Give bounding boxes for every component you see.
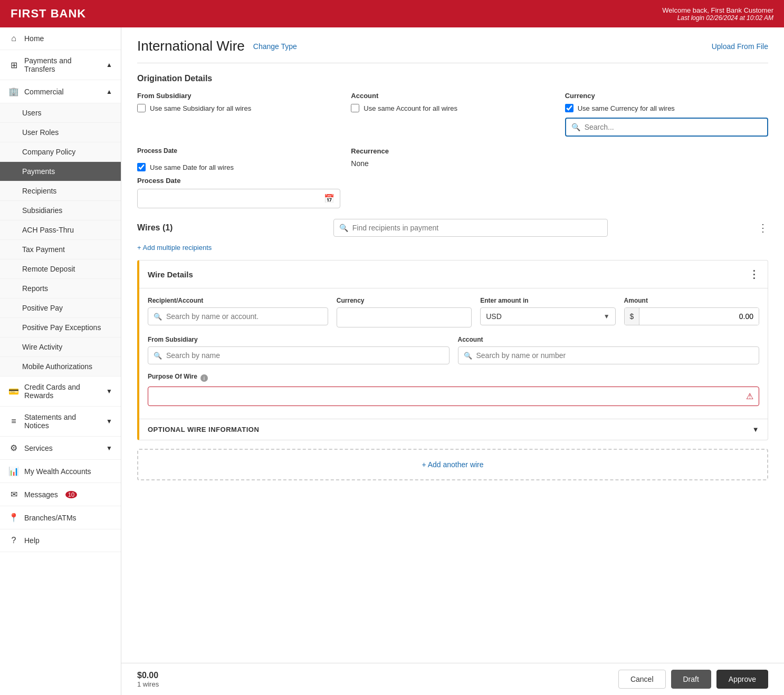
sidebar-item-company-policy[interactable]: Company Policy xyxy=(0,142,121,162)
process-date-input[interactable] xyxy=(143,195,324,203)
purpose-input[interactable] xyxy=(154,392,742,401)
from-subsidiary-label: From Subsidiary xyxy=(137,92,340,100)
from-subsidiary-field: From Subsidiary Use same Subsidiary for … xyxy=(137,92,340,137)
sidebar-item-recipients[interactable]: Recipients xyxy=(0,181,121,201)
sidebar-item-remote-deposit[interactable]: Remote Deposit xyxy=(0,259,121,279)
approve-button[interactable]: Approve xyxy=(716,670,768,689)
sidebar-item-messages[interactable]: ✉ Messages 10 xyxy=(0,483,121,506)
account-checkbox-row: Use same Account for all wires xyxy=(351,104,554,112)
wire-details-title: Wire Details xyxy=(148,270,193,279)
sidebar-item-mobile-auth[interactable]: Mobile Authorizations xyxy=(0,357,121,377)
wire-from-subsidiary-input-wrapper[interactable]: 🔍 xyxy=(148,346,450,364)
help-icon: ? xyxy=(8,536,19,545)
wires-search-box[interactable]: 🔍 xyxy=(333,219,608,237)
sidebar-item-reports[interactable]: Reports xyxy=(0,279,121,298)
currency-checkbox[interactable] xyxy=(565,104,573,112)
wire-account-input-wrapper[interactable]: 🔍 xyxy=(458,346,760,364)
main-content-area: International Wire Change Type Upload Fr… xyxy=(121,27,784,695)
upload-from-file-link[interactable]: Upload From File xyxy=(712,42,768,51)
from-subsidiary-checkbox[interactable] xyxy=(137,104,146,112)
sidebar-item-positive-pay-exc[interactable]: Positive Pay Exceptions xyxy=(0,318,121,337)
sidebar-item-branches[interactable]: 📍 Branches/ATMs xyxy=(0,506,121,529)
chevron-down-icon: ▼ xyxy=(106,388,112,395)
sidebar-item-positive-pay[interactable]: Positive Pay xyxy=(0,298,121,318)
page-title: International Wire xyxy=(137,38,245,54)
wires-search-input[interactable] xyxy=(352,224,602,232)
usd-select[interactable]: USD ▼ xyxy=(480,307,615,325)
sidebar-item-services[interactable]: ⚙ Services ▼ xyxy=(0,437,121,460)
currency-search-box[interactable]: 🔍 xyxy=(565,118,768,137)
sidebar-item-ach-pass-thru[interactable]: ACH Pass-Thru xyxy=(0,220,121,240)
recurrence-section: Recurrence None xyxy=(351,147,554,208)
purpose-label: Purpose Of Wire xyxy=(148,373,197,380)
change-type-link[interactable]: Change Type xyxy=(253,42,297,51)
wire-row-2: From Subsidiary 🔍 Account 🔍 xyxy=(148,336,759,364)
sidebar-item-wire-activity[interactable]: Wire Activity xyxy=(0,337,121,357)
recurrence-label: Recurrence xyxy=(351,147,554,155)
bank-logo: FIRST BANK xyxy=(11,7,86,21)
account-checkbox-label: Use same Account for all wires xyxy=(364,104,457,112)
optional-wire-info-label: OPTIONAL WIRE INFORMATION xyxy=(148,426,259,433)
sidebar-item-home[interactable]: ⌂ Home xyxy=(0,27,121,50)
recipient-input[interactable] xyxy=(166,312,322,321)
purpose-info-icon[interactable]: i xyxy=(200,374,208,382)
wire-from-subsidiary-field: From Subsidiary 🔍 xyxy=(148,336,450,364)
branches-icon: 📍 xyxy=(8,513,19,523)
currency-search-input[interactable] xyxy=(585,123,762,131)
wire-row-1: Recipient/Account 🔍 Currency Enter amoun… xyxy=(148,297,759,327)
footer-actions: Cancel Draft Approve xyxy=(618,670,768,689)
optional-wire-info-toggle[interactable]: OPTIONAL WIRE INFORMATION ▼ xyxy=(139,419,768,440)
services-icon: ⚙ xyxy=(8,443,19,453)
sidebar-item-tax-payment[interactable]: Tax Payment xyxy=(0,240,121,259)
currency-search-icon: 🔍 xyxy=(571,123,580,131)
sidebar-item-statements[interactable]: ≡ Statements and Notices ▼ xyxy=(0,407,121,437)
usd-value: USD xyxy=(486,312,502,321)
sidebar-item-subsidiaries[interactable]: Subsidiaries xyxy=(0,201,121,220)
commercial-icon: 🏢 xyxy=(8,86,19,96)
amount-input[interactable] xyxy=(639,308,759,325)
enter-amount-label: Enter amount in xyxy=(480,297,615,304)
amount-prefix: $ xyxy=(625,308,640,325)
recipient-input-wrapper[interactable]: 🔍 xyxy=(148,307,328,325)
currency-detail-field: Currency xyxy=(337,297,472,327)
statements-icon: ≡ xyxy=(8,417,19,426)
wires-search-icon: 🔍 xyxy=(339,224,348,232)
wires-more-button[interactable]: ⋮ xyxy=(758,221,768,234)
wires-count: 1 wires xyxy=(137,680,159,688)
purpose-input-wrapper[interactable]: ⚠ xyxy=(148,387,759,406)
wire-details-more-button[interactable]: ⋮ xyxy=(749,268,759,281)
add-another-wire-button[interactable]: + Add another wire xyxy=(137,449,768,480)
process-date-checkbox[interactable] xyxy=(137,163,146,171)
add-multiple-recipients-link[interactable]: + Add multiple recipients xyxy=(137,244,212,252)
calendar-icon[interactable]: 📅 xyxy=(324,194,334,204)
sidebar-item-help[interactable]: ? Help xyxy=(0,529,121,552)
sidebar-item-users[interactable]: Users xyxy=(0,103,121,123)
sidebar-item-payments[interactable]: ⊞ Payments and Transfers ▲ xyxy=(0,50,121,80)
process-date-section: Process Date Use same Date for all wires… xyxy=(137,147,340,208)
sidebar-item-commercial[interactable]: 🏢 Commercial ▲ xyxy=(0,80,121,103)
process-date-input-wrapper[interactable]: 📅 xyxy=(137,189,340,208)
sidebar: ⌂ Home ⊞ Payments and Transfers ▲ 🏢 Comm… xyxy=(0,27,121,695)
sidebar-item-user-roles[interactable]: User Roles xyxy=(0,123,121,142)
credit-card-icon: 💳 xyxy=(8,387,19,397)
draft-button[interactable]: Draft xyxy=(671,670,711,689)
sidebar-item-payments-sub[interactable]: Payments xyxy=(0,162,121,181)
amount-input-wrapper[interactable]: $ xyxy=(624,307,759,325)
process-date-row: Process Date Use same Date for all wires… xyxy=(137,147,768,208)
chevron-up-icon2: ▲ xyxy=(106,88,112,95)
wire-from-subsidiary-input[interactable] xyxy=(166,351,444,360)
chevron-down-icon3: ▼ xyxy=(106,445,112,452)
page-title-row: International Wire Change Type Upload Fr… xyxy=(137,38,768,54)
wire-account-input[interactable] xyxy=(476,351,754,360)
account-checkbox[interactable] xyxy=(351,104,359,112)
sidebar-item-wealth[interactable]: 📊 My Wealth Accounts xyxy=(0,460,121,483)
recipient-label: Recipient/Account xyxy=(148,297,328,304)
sidebar-item-credit-cards[interactable]: 💳 Credit Cards and Rewards ▼ xyxy=(0,377,121,407)
wire-details-header: Wire Details ⋮ xyxy=(139,260,768,288)
cancel-button[interactable]: Cancel xyxy=(618,670,666,689)
currency-detail-input[interactable] xyxy=(337,307,472,327)
recurrence-value: None xyxy=(351,159,554,168)
process-date-main-label: Process Date xyxy=(137,147,177,155)
wire-details-card: Wire Details ⋮ Recipient/Account 🔍 xyxy=(137,260,768,440)
process-date-checkbox-label: Use same Date for all wires xyxy=(150,163,234,171)
